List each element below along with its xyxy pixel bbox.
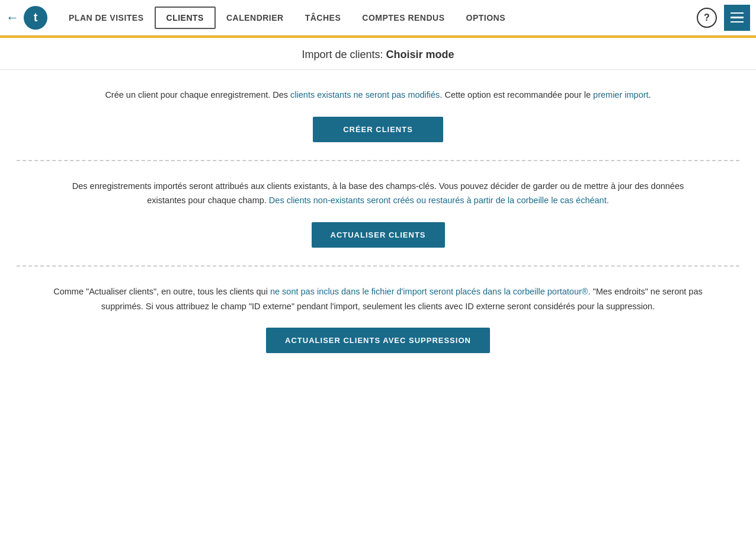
section-actualiser: Des enregistrements importés seront attr… (17, 161, 739, 265)
help-button[interactable]: ? (697, 8, 717, 28)
actualiser-clients-suppression-button[interactable]: ACTUALISER CLIENTS AVEC SUPPRESSION (266, 328, 490, 353)
nav-right: ? (697, 5, 750, 31)
nav-item-comptes-rendus[interactable]: COMPTES RENDUS (351, 0, 455, 36)
nav-item-taches[interactable]: TÂCHES (294, 0, 352, 36)
nav-items: PLAN DE VISITES CLIENTS CALENDRIER TÂCHE… (58, 0, 697, 36)
section-creer: Crée un client pour chaque enregistremen… (17, 70, 739, 160)
nav-item-clients[interactable]: CLIENTS (155, 7, 216, 29)
nav-item-plan-de-visites[interactable]: PLAN DE VISITES (58, 0, 155, 36)
logo: t (24, 6, 47, 30)
section-suppression-link-1: ne sont pas inclus dans le fichier d'imp… (270, 287, 591, 296)
section-creer-link-2: premier import (593, 90, 648, 100)
actualiser-clients-button[interactable]: ACTUALISER CLIENTS (312, 222, 445, 248)
hamburger-line-2 (731, 17, 744, 18)
hamburger-line-1 (731, 12, 744, 14)
hamburger-line-3 (731, 21, 744, 23)
section-actualiser-link: Des clients non-existants seront créés o… (269, 196, 609, 205)
section-creer-link-1: clients existants ne seront pas modifiés (290, 90, 440, 100)
main-content: Crée un client pour chaque enregistremen… (5, 70, 751, 533)
logo-letter: t (34, 11, 38, 24)
nav-item-options[interactable]: OPTIONS (456, 0, 517, 36)
hamburger-menu-button[interactable] (724, 5, 750, 31)
section-actualiser-suppression: Comme "Actualiser clients", en outre, to… (17, 267, 739, 371)
page-title-bar: Import de clients: Choisir mode (0, 38, 756, 70)
creer-clients-button[interactable]: CRÉER CLIENTS (313, 117, 443, 142)
page-title-bold: Choisir mode (386, 49, 454, 60)
section-actualiser-suppression-description: Comme "Actualiser clients", en outre, to… (52, 284, 704, 313)
back-button[interactable]: ← (6, 10, 19, 25)
navbar: ← t PLAN DE VISITES CLIENTS CALENDRIER T… (0, 0, 756, 36)
section-creer-description: Crée un client pour chaque enregistremen… (52, 88, 704, 102)
nav-item-calendrier[interactable]: CALENDRIER (216, 0, 294, 36)
page-title-prefix: Import de clients: (302, 49, 386, 60)
section-actualiser-description: Des enregistrements importés seront attr… (52, 179, 704, 208)
